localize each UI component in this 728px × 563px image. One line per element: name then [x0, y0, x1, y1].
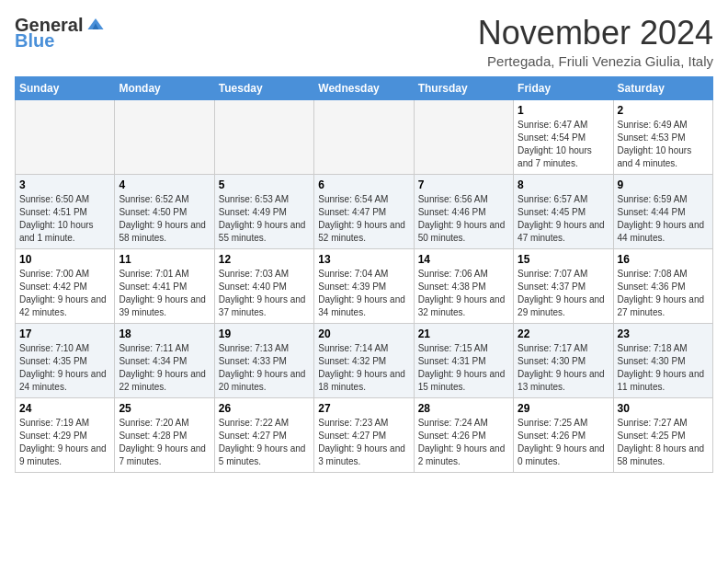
calendar-header-sunday: Sunday — [16, 76, 115, 99]
calendar-cell: 21Sunrise: 7:15 AM Sunset: 4:31 PM Dayli… — [414, 323, 513, 397]
calendar-cell: 11Sunrise: 7:01 AM Sunset: 4:41 PM Dayli… — [115, 248, 214, 323]
month-title: November 2024 — [478, 15, 713, 52]
calendar-week-5: 24Sunrise: 7:19 AM Sunset: 4:29 PM Dayli… — [16, 397, 713, 472]
logo-icon — [85, 15, 107, 33]
day-number: 12 — [219, 253, 310, 266]
calendar-cell: 23Sunrise: 7:18 AM Sunset: 4:30 PM Dayli… — [613, 323, 712, 397]
day-info: Sunrise: 6:52 AM Sunset: 4:50 PM Dayligh… — [119, 193, 210, 245]
calendar-header-monday: Monday — [115, 76, 214, 99]
calendar-header-row: SundayMondayTuesdayWednesdayThursdayFrid… — [16, 76, 713, 99]
day-info: Sunrise: 6:59 AM Sunset: 4:44 PM Dayligh… — [618, 193, 709, 245]
day-info: Sunrise: 7:06 AM Sunset: 4:38 PM Dayligh… — [418, 268, 509, 319]
day-info: Sunrise: 6:57 AM Sunset: 4:45 PM Dayligh… — [518, 193, 609, 245]
day-info: Sunrise: 7:08 AM Sunset: 4:36 PM Dayligh… — [618, 268, 709, 319]
calendar-cell: 29Sunrise: 7:25 AM Sunset: 4:26 PM Dayli… — [514, 397, 613, 472]
calendar-cell — [16, 99, 115, 174]
day-info: Sunrise: 7:18 AM Sunset: 4:30 PM Dayligh… — [618, 342, 709, 394]
calendar-cell: 25Sunrise: 7:20 AM Sunset: 4:28 PM Dayli… — [115, 397, 214, 472]
calendar-cell: 16Sunrise: 7:08 AM Sunset: 4:36 PM Dayli… — [613, 248, 712, 323]
day-number: 27 — [318, 402, 409, 415]
day-number: 24 — [19, 402, 110, 415]
day-info: Sunrise: 6:49 AM Sunset: 4:53 PM Dayligh… — [618, 119, 709, 170]
day-info: Sunrise: 7:04 AM Sunset: 4:39 PM Dayligh… — [318, 268, 409, 319]
calendar-cell: 13Sunrise: 7:04 AM Sunset: 4:39 PM Dayli… — [314, 248, 414, 323]
day-number: 6 — [318, 178, 409, 191]
day-info: Sunrise: 7:07 AM Sunset: 4:37 PM Dayligh… — [518, 268, 609, 319]
logo: General Blue — [15, 15, 107, 52]
calendar-cell: 15Sunrise: 7:07 AM Sunset: 4:37 PM Dayli… — [514, 248, 613, 323]
day-number: 19 — [219, 327, 310, 340]
day-number: 3 — [19, 178, 110, 191]
day-info: Sunrise: 7:25 AM Sunset: 4:26 PM Dayligh… — [518, 417, 609, 468]
day-info: Sunrise: 7:17 AM Sunset: 4:30 PM Dayligh… — [518, 342, 609, 394]
calendar-week-3: 10Sunrise: 7:00 AM Sunset: 4:42 PM Dayli… — [16, 248, 713, 323]
day-info: Sunrise: 7:23 AM Sunset: 4:27 PM Dayligh… — [318, 417, 409, 468]
calendar-cell: 1Sunrise: 6:47 AM Sunset: 4:54 PM Daylig… — [514, 99, 613, 174]
calendar-week-4: 17Sunrise: 7:10 AM Sunset: 4:35 PM Dayli… — [16, 323, 713, 397]
calendar-header-wednesday: Wednesday — [314, 76, 414, 99]
day-number: 13 — [318, 253, 409, 266]
day-number: 23 — [618, 327, 709, 340]
calendar-cell: 20Sunrise: 7:14 AM Sunset: 4:32 PM Dayli… — [314, 323, 414, 397]
day-info: Sunrise: 6:54 AM Sunset: 4:47 PM Dayligh… — [318, 193, 409, 245]
calendar-cell: 2Sunrise: 6:49 AM Sunset: 4:53 PM Daylig… — [613, 99, 712, 174]
day-info: Sunrise: 7:20 AM Sunset: 4:28 PM Dayligh… — [119, 417, 210, 468]
calendar-cell — [214, 99, 313, 174]
calendar-cell: 18Sunrise: 7:11 AM Sunset: 4:34 PM Dayli… — [115, 323, 214, 397]
calendar-cell: 6Sunrise: 6:54 AM Sunset: 4:47 PM Daylig… — [314, 174, 414, 248]
day-number: 29 — [518, 402, 609, 415]
day-number: 16 — [618, 253, 709, 266]
day-info: Sunrise: 6:47 AM Sunset: 4:54 PM Dayligh… — [518, 119, 609, 170]
day-info: Sunrise: 7:11 AM Sunset: 4:34 PM Dayligh… — [119, 342, 210, 394]
calendar-header-tuesday: Tuesday — [214, 76, 313, 99]
calendar-cell: 17Sunrise: 7:10 AM Sunset: 4:35 PM Dayli… — [16, 323, 115, 397]
day-info: Sunrise: 7:22 AM Sunset: 4:27 PM Dayligh… — [219, 417, 310, 468]
calendar-cell: 24Sunrise: 7:19 AM Sunset: 4:29 PM Dayli… — [16, 397, 115, 472]
subtitle: Pertegada, Friuli Venezia Giulia, Italy — [478, 53, 713, 69]
calendar: SundayMondayTuesdayWednesdayThursdayFrid… — [15, 76, 713, 473]
day-number: 17 — [19, 327, 110, 340]
calendar-week-2: 3Sunrise: 6:50 AM Sunset: 4:51 PM Daylig… — [16, 174, 713, 248]
day-number: 14 — [418, 253, 509, 266]
day-number: 8 — [518, 178, 609, 191]
calendar-cell — [314, 99, 414, 174]
calendar-cell: 5Sunrise: 6:53 AM Sunset: 4:49 PM Daylig… — [214, 174, 313, 248]
day-number: 22 — [518, 327, 609, 340]
day-info: Sunrise: 7:00 AM Sunset: 4:42 PM Dayligh… — [19, 268, 110, 319]
calendar-cell: 9Sunrise: 6:59 AM Sunset: 4:44 PM Daylig… — [613, 174, 712, 248]
day-number: 15 — [518, 253, 609, 266]
day-number: 21 — [418, 327, 509, 340]
day-info: Sunrise: 7:24 AM Sunset: 4:26 PM Dayligh… — [418, 417, 509, 468]
day-info: Sunrise: 7:15 AM Sunset: 4:31 PM Dayligh… — [418, 342, 509, 394]
calendar-header-thursday: Thursday — [414, 76, 513, 99]
calendar-cell: 7Sunrise: 6:56 AM Sunset: 4:46 PM Daylig… — [414, 174, 513, 248]
day-info: Sunrise: 7:03 AM Sunset: 4:40 PM Dayligh… — [219, 268, 310, 319]
day-number: 2 — [618, 104, 709, 117]
title-section: November 2024 Pertegada, Friuli Venezia … — [478, 15, 713, 69]
calendar-cell — [115, 99, 214, 174]
day-info: Sunrise: 7:01 AM Sunset: 4:41 PM Dayligh… — [119, 268, 210, 319]
day-info: Sunrise: 6:53 AM Sunset: 4:49 PM Dayligh… — [219, 193, 310, 245]
calendar-cell: 8Sunrise: 6:57 AM Sunset: 4:45 PM Daylig… — [514, 174, 613, 248]
day-info: Sunrise: 7:19 AM Sunset: 4:29 PM Dayligh… — [19, 417, 110, 468]
day-number: 10 — [19, 253, 110, 266]
calendar-header-saturday: Saturday — [613, 76, 712, 99]
day-info: Sunrise: 6:56 AM Sunset: 4:46 PM Dayligh… — [418, 193, 509, 245]
day-info: Sunrise: 7:14 AM Sunset: 4:32 PM Dayligh… — [318, 342, 409, 394]
calendar-cell: 26Sunrise: 7:22 AM Sunset: 4:27 PM Dayli… — [214, 397, 313, 472]
day-number: 30 — [618, 402, 709, 415]
day-number: 1 — [518, 104, 609, 117]
day-number: 7 — [418, 178, 509, 191]
calendar-cell: 12Sunrise: 7:03 AM Sunset: 4:40 PM Dayli… — [214, 248, 313, 323]
day-number: 18 — [119, 327, 210, 340]
calendar-cell: 4Sunrise: 6:52 AM Sunset: 4:50 PM Daylig… — [115, 174, 214, 248]
day-info: Sunrise: 7:27 AM Sunset: 4:25 PM Dayligh… — [618, 417, 709, 468]
calendar-cell — [414, 99, 513, 174]
calendar-cell: 27Sunrise: 7:23 AM Sunset: 4:27 PM Dayli… — [314, 397, 414, 472]
calendar-cell: 3Sunrise: 6:50 AM Sunset: 4:51 PM Daylig… — [16, 174, 115, 248]
calendar-week-1: 1Sunrise: 6:47 AM Sunset: 4:54 PM Daylig… — [16, 99, 713, 174]
calendar-cell: 10Sunrise: 7:00 AM Sunset: 4:42 PM Dayli… — [16, 248, 115, 323]
calendar-header-friday: Friday — [514, 76, 613, 99]
logo-blue: Blue — [15, 30, 54, 51]
day-number: 20 — [318, 327, 409, 340]
